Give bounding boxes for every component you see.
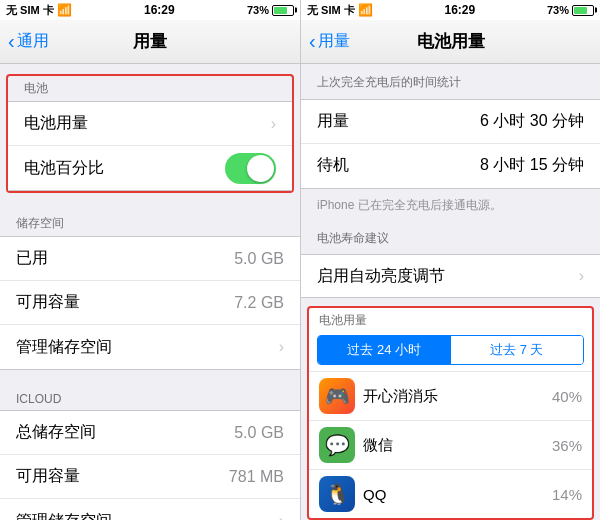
standby-stat-value: 8 小时 15 分钟 bbox=[480, 155, 584, 176]
status-left-right: 无 SIM 卡 📶 bbox=[307, 3, 373, 18]
back-chevron-left: ‹ bbox=[8, 31, 15, 51]
storage-manage-label: 管理储存空间 bbox=[16, 337, 112, 358]
battery-section: 电池 电池用量 › 电池百分比 bbox=[8, 76, 292, 191]
battery-pct-toggle[interactable] bbox=[225, 153, 276, 184]
storage-avail-value: 7.2 GB bbox=[234, 294, 284, 312]
stats-section: 用量 6 小时 30 分钟 待机 8 小时 15 分钟 bbox=[301, 99, 600, 189]
status-left: 无 SIM 卡 📶 bbox=[6, 3, 72, 18]
usage-stat-value: 6 小时 30 分钟 bbox=[480, 111, 584, 132]
app-icon-2: 🐧 bbox=[319, 476, 355, 512]
nav-title-left: 用量 bbox=[133, 30, 167, 53]
standby-stat-label: 待机 bbox=[317, 155, 349, 176]
battery-usage-box: 电池用量 过去 24 小时 过去 7 天 🎮 开心消消乐 40% bbox=[307, 306, 594, 520]
tab-24h[interactable]: 过去 24 小时 bbox=[318, 336, 451, 364]
icloud-avail-label: 可用容量 bbox=[16, 466, 80, 487]
app-row-0: 🎮 开心消消乐 40% bbox=[309, 371, 592, 420]
status-right-right: 73% bbox=[547, 4, 594, 16]
back-button-right[interactable]: ‹ 用量 bbox=[309, 31, 350, 52]
left-panel: 无 SIM 卡 📶 16:29 73% ‹ 通用 用量 电池 电池用量 bbox=[0, 0, 300, 520]
app-icon-char-2: 🐧 bbox=[325, 482, 350, 506]
icloud-section-body: 总储存空间 5.0 GB 可用容量 781 MB 管理储存空间 › bbox=[0, 410, 300, 520]
app-row-2: 🐧 QQ 14% bbox=[309, 469, 592, 518]
nav-title-right: 电池用量 bbox=[417, 30, 485, 53]
icloud-manage-label: 管理储存空间 bbox=[16, 511, 112, 521]
app-icon-1: 💬 bbox=[319, 427, 355, 463]
battery-section-body: 电池用量 › 电池百分比 bbox=[8, 101, 292, 191]
battery-usage-label: 电池用量 bbox=[24, 113, 88, 134]
storage-section-body: 已用 5.0 GB 可用容量 7.2 GB 管理储存空间 › bbox=[0, 236, 300, 370]
battery-icon-right bbox=[572, 5, 594, 16]
tab-24h-label: 过去 24 小时 bbox=[347, 341, 421, 359]
app-percent-2: 14% bbox=[552, 486, 582, 503]
status-bar-left: 无 SIM 卡 📶 16:29 73% bbox=[0, 0, 300, 20]
battery-pct-label: 电池百分比 bbox=[24, 158, 104, 179]
storage-avail-row: 可用容量 7.2 GB bbox=[0, 281, 300, 325]
storage-manage-chevron: › bbox=[279, 338, 284, 356]
app-percent-1: 36% bbox=[552, 437, 582, 454]
nav-bar-right: ‹ 用量 电池用量 bbox=[301, 20, 600, 64]
app-name-0: 开心消消乐 bbox=[363, 387, 552, 406]
advisory-row[interactable]: 启用自动亮度调节 › bbox=[301, 254, 600, 298]
battery-fill-right bbox=[574, 7, 587, 14]
advisory-row-label: 启用自动亮度调节 bbox=[317, 266, 445, 287]
usage-stat-label: 用量 bbox=[317, 111, 349, 132]
icloud-total-label: 总储存空间 bbox=[16, 422, 96, 443]
nav-bar-left: ‹ 通用 用量 bbox=[0, 20, 300, 64]
stats-header: 上次完全充电后的时间统计 bbox=[301, 64, 600, 99]
icloud-section-header: ICLOUD bbox=[0, 386, 300, 410]
storage-section-header: 储存空间 bbox=[0, 209, 300, 236]
storage-used-label: 已用 bbox=[16, 248, 48, 269]
carrier-right: 无 SIM 卡 bbox=[307, 3, 355, 18]
tab-7d-label: 过去 7 天 bbox=[490, 341, 543, 359]
usage-section-header: 电池用量 bbox=[309, 308, 592, 331]
battery-fill-left bbox=[274, 7, 287, 14]
back-label-right: 用量 bbox=[318, 31, 350, 52]
app-name-2: QQ bbox=[363, 486, 552, 503]
time-right: 16:29 bbox=[444, 3, 475, 17]
battery-section-header: 电池 bbox=[8, 76, 292, 101]
wifi-icon-left: 📶 bbox=[57, 3, 72, 17]
right-panel: 无 SIM 卡 📶 16:29 73% ‹ 用量 电池用量 上次完全充电后的时间… bbox=[300, 0, 600, 520]
battery-usage-right: › bbox=[267, 115, 276, 133]
storage-manage-row[interactable]: 管理储存空间 › bbox=[0, 325, 300, 369]
app-row-1: 💬 微信 36% bbox=[309, 420, 592, 469]
status-right-left: 73% bbox=[247, 4, 294, 16]
time-left: 16:29 bbox=[144, 3, 175, 17]
advisory-header: 电池寿命建议 bbox=[301, 222, 600, 247]
icloud-section: ICLOUD 总储存空间 5.0 GB 可用容量 781 MB 管理储存空间 › bbox=[0, 386, 300, 520]
charge-notice: iPhone 已在完全充电后接通电源。 bbox=[301, 189, 600, 222]
icloud-manage-row[interactable]: 管理储存空间 › bbox=[0, 499, 300, 520]
icloud-avail-row: 可用容量 781 MB bbox=[0, 455, 300, 499]
app-percent-0: 40% bbox=[552, 388, 582, 405]
battery-highlight-box: 电池 电池用量 › 电池百分比 bbox=[6, 74, 294, 193]
usage-stat-row: 用量 6 小时 30 分钟 bbox=[301, 100, 600, 144]
battery-pct-right: 73% bbox=[547, 4, 569, 16]
icloud-total-value: 5.0 GB bbox=[234, 424, 284, 442]
battery-pct-left: 73% bbox=[247, 4, 269, 16]
carrier-left: 无 SIM 卡 bbox=[6, 3, 54, 18]
tab-bar[interactable]: 过去 24 小时 过去 7 天 bbox=[317, 335, 584, 365]
tab-7d[interactable]: 过去 7 天 bbox=[451, 336, 584, 364]
battery-usage-chevron: › bbox=[271, 115, 276, 133]
icloud-manage-chevron: › bbox=[279, 512, 284, 520]
content-left: 电池 电池用量 › 电池百分比 bbox=[0, 64, 300, 520]
app-icon-char-0: 🎮 bbox=[325, 384, 350, 408]
advisory-row-chevron: › bbox=[579, 267, 584, 285]
battery-pct-row[interactable]: 电池百分比 bbox=[8, 146, 292, 190]
back-button-left[interactable]: ‹ 通用 bbox=[8, 31, 49, 52]
wifi-icon-right: 📶 bbox=[358, 3, 373, 17]
toggle-knob bbox=[247, 155, 274, 182]
storage-section: 储存空间 已用 5.0 GB 可用容量 7.2 GB 管理储存空间 › bbox=[0, 209, 300, 370]
status-bar-right: 无 SIM 卡 📶 16:29 73% bbox=[301, 0, 600, 20]
app-icon-char-1: 💬 bbox=[325, 433, 350, 457]
icloud-avail-value: 781 MB bbox=[229, 468, 284, 486]
storage-used-value: 5.0 GB bbox=[234, 250, 284, 268]
back-label-left: 通用 bbox=[17, 31, 49, 52]
app-name-1: 微信 bbox=[363, 436, 552, 455]
storage-avail-label: 可用容量 bbox=[16, 292, 80, 313]
content-right: 上次完全充电后的时间统计 用量 6 小时 30 分钟 待机 8 小时 15 分钟… bbox=[301, 64, 600, 520]
app-icon-0: 🎮 bbox=[319, 378, 355, 414]
battery-icon-left bbox=[272, 5, 294, 16]
icloud-total-row: 总储存空间 5.0 GB bbox=[0, 411, 300, 455]
battery-usage-row[interactable]: 电池用量 › bbox=[8, 102, 292, 146]
